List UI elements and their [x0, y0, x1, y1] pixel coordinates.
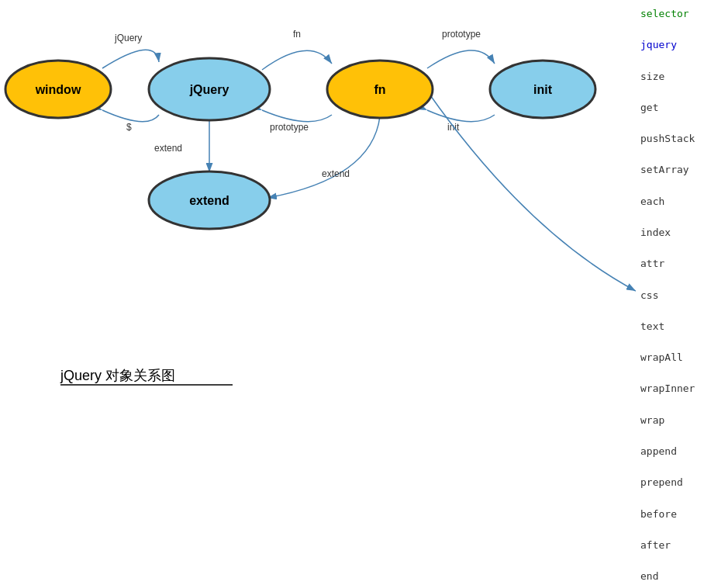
diagram-svg: jQuery $ fn prototype prototype init ext…	[0, 0, 636, 585]
edge-label-extend-left: extend	[154, 143, 182, 154]
node-fn: fn	[327, 61, 433, 118]
node-fn-label: fn	[374, 83, 385, 96]
node-init: init	[490, 61, 595, 118]
sidebar-item-css: css	[640, 288, 723, 303]
sidebar-item-after: after	[640, 538, 723, 553]
diagram-title: jQuery 对象关系图	[60, 368, 175, 383]
sidebar-item-before: before	[640, 507, 723, 522]
sidebar-item-attr: attr	[640, 256, 723, 272]
sidebar-item-text: text	[640, 319, 723, 334]
node-extend-label: extend	[189, 194, 229, 207]
sidebar-item-wrapAll: wrapAll	[640, 350, 723, 365]
sidebar-item-get: get	[640, 100, 723, 116]
edge-label-jquery-top: jQuery	[114, 33, 142, 43]
node-window: window	[5, 61, 111, 118]
node-jquery-label: jQuery	[189, 83, 229, 96]
sidebar-item-pushStack: pushStack	[640, 131, 723, 147]
sidebar-item-jquery: jquery	[640, 37, 723, 53]
node-init-label: init	[533, 83, 553, 96]
edge-label-fn-top: fn	[293, 29, 301, 40]
node-jquery: jQuery	[149, 58, 270, 120]
edge-label-extend-right: extend	[322, 168, 350, 179]
sidebar: selectorjquerysizegetpushStacksetArrayea…	[636, 0, 728, 585]
sidebar-item-append: append	[640, 444, 723, 459]
sidebar-item-end: end	[640, 569, 723, 584]
sidebar-item-size: size	[640, 69, 723, 85]
edge-label-prototype-bottom: prototype	[270, 122, 309, 133]
edge-label-prototype-top: prototype	[442, 29, 481, 40]
sidebar-item-each: each	[640, 194, 723, 209]
sidebar-item-setArray: setArray	[640, 162, 723, 178]
sidebar-item-wrap: wrap	[640, 413, 723, 428]
sidebar-item-wrapInner: wrapInner	[640, 381, 723, 396]
node-window-label: window	[35, 83, 81, 96]
sidebar-item-prepend: prepend	[640, 475, 723, 490]
node-extend: extend	[149, 171, 270, 229]
sidebar-item-index: index	[640, 225, 723, 241]
sidebar-item-selector: selector	[640, 6, 723, 22]
edge-label-dollar: $	[126, 122, 132, 133]
